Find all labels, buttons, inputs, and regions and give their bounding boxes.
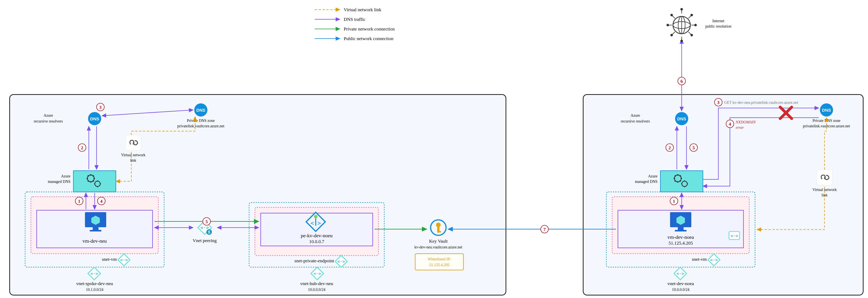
whitelist-title: Whitelisted IP: [428, 257, 451, 261]
svg-text:<·>: <·> [731, 233, 738, 238]
pdns-sub-left: privatelink.vaultcore.azure.net [177, 124, 224, 128]
step-7: 7 [544, 227, 546, 232]
recursive-label2: recursive resolvers [34, 119, 63, 123]
svg-text:<·>: <·> [90, 271, 98, 276]
svg-text:<·>: <·> [710, 258, 718, 262]
pdns-title-left: Private DNS zone [187, 119, 215, 123]
svg-point-97 [681, 8, 683, 10]
svg-text:DNS: DNS [196, 108, 205, 113]
managed-dns-right-label2: managed DNS [635, 179, 657, 184]
svg-rect-6 [90, 230, 101, 231]
snet-pe-label: snet-private-endpoint [294, 258, 334, 263]
svg-text:<·>: <·> [120, 258, 128, 262]
managed-dns-label2: managed DNS [48, 179, 70, 184]
pe-title: pe-kv-dev-noeu [301, 233, 333, 238]
vnet-link-right-label1: Virtual network [812, 188, 837, 192]
svg-text:< >: < > [311, 220, 321, 226]
pe-ip: 10.0.0.7 [309, 239, 324, 244]
svg-line-106 [688, 16, 691, 18]
svg-text:<·>: <·> [200, 225, 209, 231]
step-2-left: 2 [81, 145, 83, 150]
step-3-left: 3 [99, 105, 101, 110]
step-6: 6 [681, 79, 683, 84]
svg-text:DNS: DNS [90, 117, 99, 121]
svg-point-107 [691, 14, 693, 16]
kv-title: Key Vault [429, 239, 448, 243]
nxdomain-label1: NXDOMAIN [736, 120, 756, 124]
svg-line-108 [672, 32, 675, 34]
recursive-label1: Azure [44, 113, 53, 118]
snet-vm-right-label: snet-vm [692, 257, 707, 262]
legend-priv-label: Private network connection [344, 26, 395, 31]
step-2-right: 2 [669, 145, 671, 150]
internet-label2: public resolution [705, 24, 732, 29]
recursive-right-label2: recursive resolvers [621, 119, 650, 123]
svg-point-99 [681, 40, 683, 42]
svg-text:<·>: <·> [337, 259, 345, 264]
svg-point-105 [671, 14, 673, 16]
step-3-right: 3 [717, 100, 719, 105]
step-4-right: 4 [729, 122, 731, 127]
vnet-peering-label: Vnet peering [193, 238, 217, 243]
svg-text:DNS: DNS [822, 108, 831, 113]
svg-line-104 [672, 16, 675, 18]
recursive-right-label1: Azure [631, 113, 640, 118]
architecture-diagram: Virtual network link DNS traffic Private… [0, 0, 868, 298]
managed-dns-label1: Azure [61, 174, 70, 178]
legend-vlink-label: Virtual network link [344, 7, 381, 12]
vnet-hub-cidr: 10.0.0.0/24 [308, 287, 326, 292]
vnet-link-label1: Virtual network [121, 153, 146, 157]
svg-point-101 [667, 24, 669, 26]
svg-text:<·>: <·> [313, 271, 321, 276]
svg-text:DNS: DNS [677, 117, 686, 121]
vnet-spoke-title: vnet-spoke-dev-neu [76, 281, 113, 286]
get-request-label: GET kv-dev-neu.privatelink.vaultcore.azu… [724, 100, 798, 105]
svg-point-21 [207, 229, 212, 235]
kv-fqdn: kv-dev-neu.vaultcore.azure.net [414, 245, 463, 249]
legend: Virtual network link DNS traffic Private… [315, 7, 395, 41]
svg-rect-56 [678, 227, 684, 230]
nxdomain-label2: error [736, 125, 744, 130]
managed-dns-right [660, 171, 703, 192]
vnet-right-cidr: 10.0.0.0/24 [672, 287, 689, 292]
svg-line-110 [688, 32, 691, 34]
svg-rect-54 [437, 231, 441, 232]
svg-rect-5 [93, 227, 98, 230]
step-4-left: 4 [100, 199, 102, 204]
managed-dns-left [73, 171, 116, 192]
vm-left-label: vm-dev-neu [83, 238, 107, 244]
managed-dns-right-label1: Azure [648, 174, 657, 178]
legend-pub-label: Public network connection [344, 36, 393, 41]
svg-rect-57 [675, 230, 686, 231]
whitelist-box [415, 254, 463, 270]
step-5: 5 [206, 219, 208, 224]
step-1-left: 1 [78, 199, 80, 204]
nic-icon: <·> [729, 231, 740, 239]
step-5-right: 5 [692, 145, 695, 150]
vnet-hub-title: vnet-hub-dev-neu [300, 281, 333, 286]
snet-vm-left-label: snet-vm [102, 257, 117, 262]
vnet-link-right-label2: link [822, 193, 828, 197]
step-1-right: 1 [673, 199, 675, 204]
whitelist-ip: 51.125.4.205 [429, 263, 450, 267]
globe-icon [667, 8, 696, 42]
svg-text:<·>: <·> [677, 271, 684, 276]
vm-right-ip: 51.125.4.205 [669, 240, 693, 245]
svg-point-12 [314, 215, 317, 218]
legend-dns-label: DNS traffic [344, 17, 365, 22]
vnet-spoke-cidr: 10.1.0.0/24 [86, 287, 103, 292]
vnet-link-label2: link [130, 158, 136, 162]
internet-label1: Internet [712, 19, 724, 23]
svg-point-109 [671, 34, 673, 36]
svg-point-103 [694, 24, 696, 26]
svg-point-111 [691, 34, 693, 36]
vm-right-title: vm-dev-noea [668, 234, 694, 240]
vnet-right-title: vnet-dev-noea [668, 281, 694, 286]
